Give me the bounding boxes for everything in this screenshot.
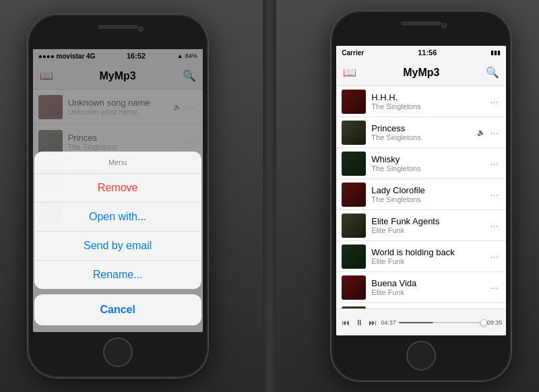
right-nav-bar: 📖 MyMp3 🔍	[336, 59, 506, 86]
phone-separator	[263, 0, 276, 392]
right-song-info-1: H.H.H. The Singletons	[371, 92, 487, 110]
player-bar: ⏮ ⏸ ⏭ 04:37 09:35	[336, 308, 506, 335]
right-iphone: Carrier 11:56 ▮▮▮ 📖 MyMp3 🔍 H.H.H.	[331, 11, 511, 381]
right-more-btn-5[interactable]: ···	[488, 219, 501, 232]
menu-cancel[interactable]: Cancel	[34, 294, 201, 325]
right-song-artist-4: The Singletons	[371, 195, 487, 203]
right-song-artist-7: Elite Funk	[371, 288, 487, 296]
left-iphone: ●●●● movistar 4G 16:52 ▲ 84% 📖 MyMp3 🔍 U…	[28, 14, 208, 378]
camera-dot	[138, 26, 144, 32]
total-time: 09:35	[487, 319, 503, 326]
right-song-name-6: World is holding back	[371, 247, 487, 257]
right-song-item-1[interactable]: H.H.H. The Singletons ···	[336, 86, 506, 117]
rewind-button[interactable]: ⏮	[340, 317, 351, 329]
right-thumb-7	[342, 275, 366, 300]
right-song-item-8[interactable]: H.H.H. The Singletons ···	[336, 303, 506, 308]
right-thumb-6	[342, 244, 366, 269]
right-status-bar: Carrier 11:56 ▮▮▮	[336, 46, 506, 59]
forward-button[interactable]: ⏭	[367, 317, 378, 329]
right-song-name-4: Lady Clorofile	[371, 185, 487, 195]
right-song-info-5: Elite Funk Agents Elite Funk	[371, 216, 487, 234]
right-song-name-3: Whisky	[371, 154, 487, 164]
menu-remove[interactable]: Remove	[34, 174, 201, 203]
right-song-artist-3: The Singletons	[371, 164, 487, 172]
right-song-info-7: Buena Vida Elite Funk	[371, 278, 487, 296]
right-camera-dot	[441, 23, 447, 28]
right-song-info-3: Whisky The Singletons	[371, 154, 487, 172]
right-thumb-3	[342, 152, 366, 176]
right-carrier: Carrier	[342, 49, 364, 57]
context-menu-overlay[interactable]: Menu Remove Open with... Send by email R…	[33, 49, 203, 332]
right-song-info-4: Lady Clorofile The Singletons	[371, 185, 487, 203]
right-time: 11:56	[418, 48, 437, 57]
right-more-btn-2[interactable]: ···	[488, 126, 501, 139]
right-song-name-5: Elite Funk Agents	[371, 216, 487, 226]
right-playing-icon-2: 🔈	[477, 129, 485, 136]
right-song-artist-1: The Singletons	[371, 102, 487, 110]
scene: ●●●● movistar 4G 16:52 ▲ 84% 📖 MyMp3 🔍 U…	[0, 0, 539, 392]
right-song-item-3[interactable]: Whisky The Singletons ···	[336, 148, 506, 179]
right-battery-icon: ▮▮▮	[490, 49, 501, 56]
progress-fill	[399, 322, 433, 323]
right-song-info-6: World is holding back Elite Funk	[371, 247, 487, 265]
right-thumb-5	[342, 214, 366, 238]
right-more-btn-4[interactable]: ···	[488, 188, 501, 201]
right-song-artist-6: Elite Funk	[371, 257, 487, 265]
right-thumb-4	[342, 183, 366, 207]
right-song-name-2: Princess	[371, 123, 476, 133]
right-more-btn-1[interactable]: ···	[488, 95, 501, 108]
right-thumb-2	[342, 121, 366, 145]
progress-thumb	[480, 319, 487, 326]
right-screen: Carrier 11:56 ▮▮▮ 📖 MyMp3 🔍 H.H.H.	[336, 46, 506, 335]
right-book-icon[interactable]: 📖	[343, 66, 356, 79]
right-thumb-1	[342, 90, 366, 114]
right-song-item-5[interactable]: Elite Funk Agents Elite Funk ···	[336, 210, 506, 241]
progress-bar[interactable]	[399, 322, 484, 323]
menu-title: Menu	[34, 152, 201, 174]
right-more-btn-6[interactable]: ···	[488, 250, 501, 263]
right-battery-area: ▮▮▮	[490, 49, 501, 56]
right-song-item-7[interactable]: Buena Vida Elite Funk ···	[336, 272, 506, 303]
menu-rename[interactable]: Rename...	[34, 261, 201, 289]
right-more-btn-7[interactable]: ···	[488, 281, 501, 294]
right-nav-title: MyMp3	[403, 67, 439, 79]
right-song-item-2[interactable]: Princess The Singletons 🔈 ···	[336, 117, 506, 148]
right-song-actions-2: 🔈 ···	[477, 126, 501, 139]
menu-open-with[interactable]: Open with...	[34, 203, 201, 232]
right-search-icon[interactable]: 🔍	[486, 66, 499, 79]
right-song-artist-2: The Singletons	[371, 133, 476, 141]
right-more-btn-3[interactable]: ···	[488, 157, 501, 170]
right-song-list: H.H.H. The Singletons ··· Princess The S…	[336, 86, 506, 308]
context-menu: Menu Remove Open with... Send by email R…	[34, 152, 201, 289]
left-screen: ●●●● movistar 4G 16:52 ▲ 84% 📖 MyMp3 🔍 U…	[33, 49, 203, 332]
right-song-info-2: Princess The Singletons	[371, 123, 476, 141]
right-song-artist-5: Elite Funk	[371, 226, 487, 234]
right-song-item-4[interactable]: Lady Clorofile The Singletons ···	[336, 179, 506, 210]
menu-send-email[interactable]: Send by email	[34, 232, 201, 261]
current-time: 04:37	[381, 319, 396, 326]
right-song-name-7: Buena Vida	[371, 278, 487, 288]
right-song-name-1: H.H.H.	[371, 92, 487, 102]
pause-button[interactable]: ⏸	[354, 317, 364, 329]
right-song-item-6[interactable]: World is holding back Elite Funk ···	[336, 241, 506, 272]
